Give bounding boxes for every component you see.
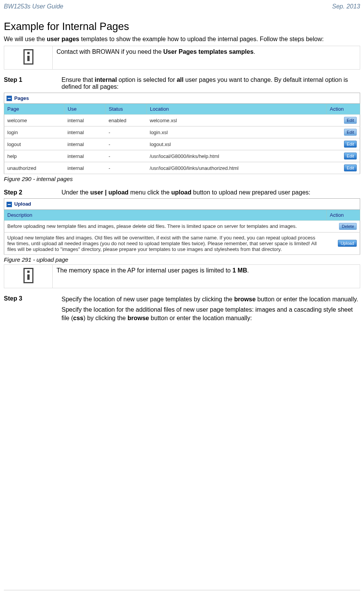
cell-page: logout — [4, 138, 65, 150]
info-box-1: Contact with BROWAN if you need the User… — [4, 46, 360, 70]
header-right: Sep. 2013 — [332, 3, 360, 10]
step3-label: Step 3 — [4, 295, 61, 325]
expand-icon[interactable] — [7, 96, 12, 101]
intro-b: user pages — [47, 36, 79, 42]
info-text-1: Contact with BROWAN if you need the User… — [53, 46, 360, 69]
table-row: Before uploading new template files and … — [4, 220, 360, 232]
cell-status: - — [106, 138, 147, 150]
info1-c: . — [254, 48, 255, 55]
cell-use: internal — [65, 162, 106, 174]
step3-body: Specify the location of new user page te… — [61, 295, 360, 325]
s3p2c: ) by clicking the — [83, 315, 128, 321]
edit-button[interactable]: Edit — [344, 164, 357, 171]
edit-button[interactable]: Edit — [344, 153, 357, 159]
page-header: BW1253s User Guide Sep. 2013 — [4, 3, 360, 10]
s2c: menu click the — [128, 189, 171, 196]
info-icon — [23, 49, 33, 65]
th-desc: Description — [4, 209, 327, 220]
cell-use: internal — [65, 126, 106, 138]
s2d: upload — [171, 189, 191, 196]
s3p1b: browse — [234, 296, 256, 302]
table-row: Upload new template files and images. Ol… — [4, 232, 360, 254]
cell-use: internal — [65, 115, 106, 126]
th-status: Status — [106, 104, 147, 115]
cell-use: internal — [65, 138, 106, 150]
th-action: Action — [327, 104, 360, 115]
step3-p2: Specify the location for the additional … — [61, 306, 360, 322]
cell-page: login — [4, 126, 65, 138]
cell-page: welcome — [4, 115, 65, 126]
th-use: Use — [65, 104, 106, 115]
s1d: all — [177, 76, 184, 83]
upload-title: Upload — [14, 201, 31, 207]
step2-body: Under the user | upload menu click the u… — [61, 189, 360, 196]
page-title: Example for Internal Pages — [4, 21, 360, 33]
table-row: welcome internal enabled welcome.xsl Edi… — [4, 115, 360, 126]
footer-rule — [4, 590, 360, 590]
cell-location: welcome.xsl — [147, 115, 327, 126]
s3p2b: css — [73, 315, 83, 321]
step3-p1: Specify the location of new user page te… — [61, 295, 360, 304]
upload-title-cell: Upload — [4, 199, 360, 210]
pages-title-cell: Pages — [4, 93, 360, 104]
intro-c: templates to show the example how to upl… — [79, 36, 324, 42]
th-location: Location — [147, 104, 327, 115]
info-box-2: The memory space in the AP for internal … — [4, 264, 360, 288]
delete-button[interactable]: Delete — [339, 223, 357, 230]
s2e: button to upload new prepared user pages… — [191, 189, 311, 196]
cell-location: /usr/local/G8000/links/unauthorized.html — [147, 162, 327, 174]
edit-button[interactable]: Edit — [344, 141, 357, 148]
cell-page: unauthorized — [4, 162, 65, 174]
info-text-2: The memory space in the AP for internal … — [53, 264, 360, 288]
step1-label: Step 1 — [4, 76, 61, 90]
s2b: user | upload — [90, 189, 129, 196]
info-icon-cell — [4, 264, 53, 288]
s2a: Under the — [61, 189, 90, 196]
s3p1a: Specify the location of new user page te… — [61, 296, 234, 302]
edit-button[interactable]: Edit — [344, 117, 357, 124]
cell-desc: Upload new template files and images. Ol… — [4, 232, 327, 254]
cell-page: help — [4, 150, 65, 162]
table-row: login internal - login.xsl Edit — [4, 126, 360, 138]
table-row: unauthorized internal - /usr/local/G8000… — [4, 162, 360, 174]
intro-text: We will use the user pages templates to … — [4, 35, 360, 43]
s3p2e: button or enter the location manually: — [149, 315, 252, 321]
s1a: Ensure that — [61, 76, 95, 83]
expand-icon[interactable] — [7, 202, 12, 207]
step2-label: Step 2 — [4, 189, 61, 196]
cell-status: enabled — [106, 115, 147, 126]
info1-b: User Pages templates samples — [163, 48, 254, 55]
cell-location: /usr/local/G8000/links/help.html — [147, 150, 327, 162]
pages-title: Pages — [14, 95, 29, 101]
th-page: Page — [4, 104, 65, 115]
s1c: option is selected for — [117, 76, 177, 83]
th-action: Action — [327, 209, 360, 220]
cell-location: logout.xsl — [147, 138, 327, 150]
cell-status: - — [106, 126, 147, 138]
upload-table: Upload Description Action Before uploadi… — [4, 198, 360, 255]
figure-caption-2: Figure 291 - upload page — [4, 256, 360, 263]
cell-use: internal — [65, 150, 106, 162]
pages-table: Pages Page Use Status Location Action we… — [4, 93, 360, 174]
upload-button[interactable]: Upload — [338, 240, 357, 247]
info2-a: The memory space in the AP for internal … — [57, 267, 233, 274]
edit-button[interactable]: Edit — [344, 129, 357, 136]
cell-status: - — [106, 162, 147, 174]
info2-b: 1 MB — [233, 267, 247, 274]
header-left: BW1253s User Guide — [4, 3, 63, 10]
cell-location: login.xsl — [147, 126, 327, 138]
step1-body: Ensure that internal option is selected … — [61, 76, 360, 90]
s3p1c: button or enter the location manually. — [256, 296, 358, 302]
cell-status: - — [106, 150, 147, 162]
cell-desc: Before uploading new template files and … — [4, 220, 327, 232]
info2-c: . — [247, 267, 249, 274]
info-icon-cell — [4, 46, 53, 69]
figure-caption-1: Figure 290 - internal pages — [4, 176, 360, 182]
table-row: logout internal - logout.xsl Edit — [4, 138, 360, 150]
intro-a: We will use the — [4, 36, 47, 42]
s3p2d: browse — [128, 315, 149, 321]
s1b: internal — [95, 76, 117, 83]
table-row: help internal - /usr/local/G8000/links/h… — [4, 150, 360, 162]
info-icon — [23, 268, 33, 283]
info1-a: Contact with BROWAN if you need the — [57, 48, 163, 55]
